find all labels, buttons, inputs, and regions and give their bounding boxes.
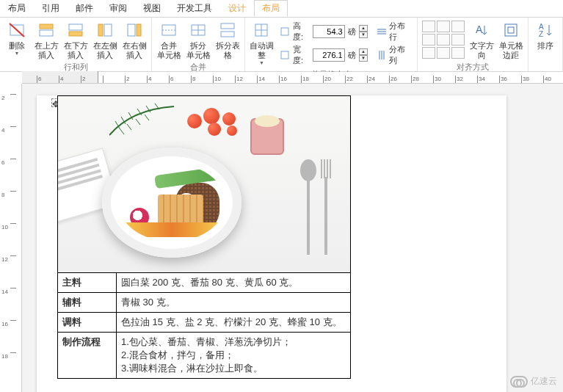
width-spin-up[interactable]: ▲ bbox=[359, 48, 368, 55]
hruler-tick: 14 bbox=[257, 76, 265, 83]
row-header[interactable]: 调料 bbox=[58, 313, 117, 333]
tab-0[interactable]: 布局 bbox=[0, 0, 34, 17]
alignment-grid bbox=[422, 21, 465, 59]
hruler-tick: 22 bbox=[345, 76, 353, 83]
svg-rect-3 bbox=[40, 24, 53, 29]
hruler-tick: 28 bbox=[411, 76, 419, 83]
tab-6[interactable]: 设计 bbox=[220, 0, 254, 17]
insert-below-button[interactable]: 在下方插入 bbox=[62, 19, 90, 60]
hruler-tick: 16 bbox=[279, 76, 287, 83]
svg-rect-16 bbox=[221, 32, 234, 37]
split-table-label: 拆分表格 bbox=[214, 41, 241, 60]
autofit-label: 自动调整 bbox=[248, 41, 275, 60]
insert-above-button[interactable]: 在上方插入 bbox=[32, 19, 60, 60]
document-area[interactable]: ✥ bbox=[22, 84, 563, 392]
row-content[interactable]: 1.包心菜、番茄、青椒、洋葱洗净切片；2.混合食材，拌匀，备用；3.调味料混合，… bbox=[117, 333, 351, 379]
distribute-cols-label: 分布列 bbox=[389, 44, 413, 66]
cell-margins-button[interactable]: 单元格边距 bbox=[497, 19, 525, 60]
watermark-text: 亿速云 bbox=[531, 375, 557, 388]
row-content[interactable]: 圆白菜 200 克、番茄 80 克、黄瓜 60 克。 bbox=[117, 273, 351, 293]
text-direction-button[interactable]: A 文字方向 bbox=[468, 19, 495, 60]
align-ml[interactable] bbox=[422, 34, 435, 46]
table-row-image bbox=[58, 96, 351, 273]
height-spin-down[interactable]: ▼ bbox=[359, 32, 368, 38]
image-cell[interactable] bbox=[58, 96, 351, 273]
height-spin-up[interactable]: ▲ bbox=[359, 25, 368, 32]
svg-rect-5 bbox=[69, 32, 82, 36]
table-row[interactable]: 制作流程1.包心菜、番茄、青椒、洋葱洗净切片；2.混合食材，拌匀，备用；3.调味… bbox=[58, 333, 351, 379]
hruler-tick: 26 bbox=[389, 76, 397, 83]
distribute-rows-label: 分布行 bbox=[389, 21, 413, 43]
hruler-tick: 4 bbox=[59, 76, 63, 83]
table-row[interactable]: 主料圆白菜 200 克、番茄 80 克、黄瓜 60 克。 bbox=[58, 273, 351, 293]
tab-7[interactable]: 布局 bbox=[254, 0, 288, 17]
hruler-tick: 36 bbox=[499, 76, 507, 83]
width-input[interactable] bbox=[313, 48, 345, 62]
horizontal-ruler[interactable]: 642 246810121416182022242628303234363840 bbox=[22, 72, 563, 84]
hruler-tick: 6 bbox=[37, 76, 41, 83]
tab-4[interactable]: 视图 bbox=[135, 0, 169, 17]
sort-icon: AZ bbox=[536, 21, 555, 40]
hruler-tick: 32 bbox=[455, 76, 463, 83]
tab-1[interactable]: 引用 bbox=[34, 0, 68, 17]
split-table-button[interactable]: 拆分表格 bbox=[214, 19, 241, 60]
document-table[interactable]: 主料圆白菜 200 克、番茄 80 克、黄瓜 60 克。辅料青椒 30 克。调料… bbox=[57, 95, 351, 379]
split-cells-button[interactable]: 拆分单元格 bbox=[184, 19, 212, 60]
tab-2[interactable]: 邮件 bbox=[68, 0, 101, 17]
width-label: 宽度: bbox=[293, 44, 310, 66]
align-tc[interactable] bbox=[437, 21, 450, 32]
row-content[interactable]: 青椒 30 克。 bbox=[117, 293, 351, 313]
vruler-tick: 14 bbox=[10, 288, 16, 295]
svg-rect-9 bbox=[137, 24, 141, 36]
distribute-cols-button[interactable]: 分布列 bbox=[377, 44, 413, 66]
distribute-rows-button[interactable]: 分布行 bbox=[377, 21, 413, 43]
tab-5[interactable]: 开发工具 bbox=[169, 0, 220, 17]
width-unit: 磅 bbox=[348, 50, 356, 61]
align-bc[interactable] bbox=[437, 47, 450, 59]
row-header[interactable]: 主料 bbox=[58, 273, 117, 293]
autofit-button[interactable]: 自动调整 ▼ bbox=[248, 19, 275, 65]
row-header[interactable]: 制作流程 bbox=[58, 333, 117, 379]
svg-rect-4 bbox=[69, 24, 82, 30]
row-header[interactable]: 辅料 bbox=[58, 293, 117, 313]
table-row[interactable]: 辅料青椒 30 克。 bbox=[58, 293, 351, 313]
vruler-tick: 4 bbox=[10, 126, 16, 134]
svg-rect-6 bbox=[104, 24, 112, 36]
svg-line-40 bbox=[127, 124, 131, 130]
svg-text:A: A bbox=[476, 23, 483, 35]
text-direction-icon: A bbox=[472, 21, 491, 40]
vruler-tick: 18 bbox=[10, 352, 16, 360]
hruler-tick: 2 bbox=[81, 76, 85, 83]
align-mc[interactable] bbox=[437, 34, 450, 46]
height-input[interactable] bbox=[313, 25, 345, 38]
autofit-icon bbox=[252, 21, 271, 40]
align-br[interactable] bbox=[451, 47, 465, 59]
sort-button[interactable]: AZ 排序 bbox=[531, 19, 559, 51]
vruler-tick: 2 bbox=[10, 94, 16, 101]
hruler-tick: 38 bbox=[521, 76, 529, 83]
watermark: 亿速云 bbox=[510, 375, 557, 388]
text-direction-label: 文字方向 bbox=[468, 41, 495, 60]
height-icon bbox=[280, 26, 290, 37]
align-bl[interactable] bbox=[422, 47, 435, 59]
insert-right-button[interactable]: 在右侧插入 bbox=[120, 19, 148, 60]
merge-cells-button[interactable]: 合并单元格 bbox=[155, 19, 183, 60]
align-tl[interactable] bbox=[422, 21, 435, 32]
hruler-tick: 40 bbox=[543, 76, 551, 83]
row-content[interactable]: 色拉油 15 克、盐 2 克、柠檬汁 20 克、蜂蜜 10 克。 bbox=[117, 313, 351, 333]
insert-right-label: 在右侧插入 bbox=[120, 41, 148, 60]
svg-line-39 bbox=[120, 128, 124, 134]
width-spin-down[interactable]: ▼ bbox=[359, 55, 368, 62]
delete-button[interactable]: 删除 ▼ bbox=[3, 19, 31, 56]
svg-rect-29 bbox=[505, 24, 517, 36]
table-row[interactable]: 调料色拉油 15 克、盐 2 克、柠檬汁 20 克、蜂蜜 10 克。 bbox=[58, 313, 351, 333]
tab-3[interactable]: 审阅 bbox=[101, 0, 135, 17]
cell-margins-icon bbox=[501, 21, 520, 40]
hruler-tick: 34 bbox=[477, 76, 485, 83]
insert-left-button[interactable]: 在左侧插入 bbox=[91, 19, 119, 60]
vertical-ruler[interactable]: 24681012141618 bbox=[0, 84, 22, 392]
vruler-tick: 16 bbox=[10, 320, 16, 327]
svg-rect-15 bbox=[221, 23, 234, 29]
align-mr[interactable] bbox=[451, 34, 465, 46]
align-tr[interactable] bbox=[451, 21, 465, 32]
